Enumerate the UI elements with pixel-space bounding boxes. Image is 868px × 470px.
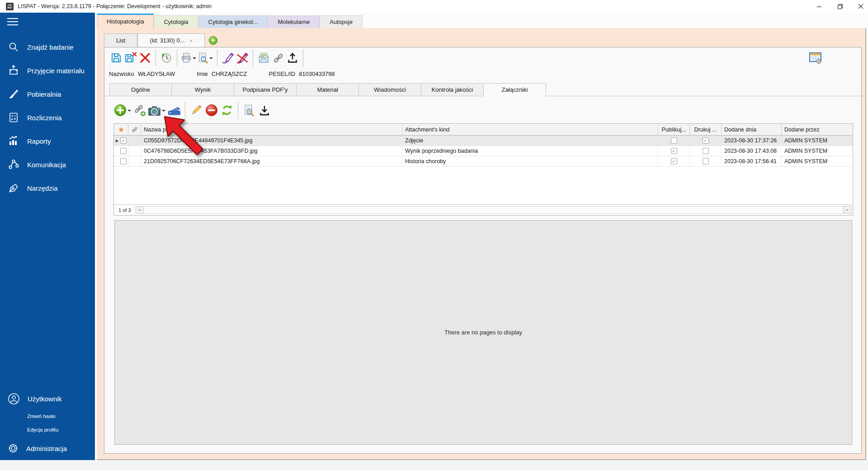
add-tab-button[interactable]: +	[209, 36, 217, 45]
hamburger-menu-icon[interactable]	[7, 18, 18, 25]
pager-next-button[interactable]: ►	[844, 206, 851, 214]
module-tab-strip: Histopatologia Cytologia Cytologia ginek…	[97, 13, 363, 28]
camera-capture-button[interactable]	[147, 102, 166, 118]
tab-kontrola-jakosci[interactable]: Kontrola jakości	[421, 83, 484, 96]
sidebar-item-narzedzia[interactable]: Narzędzia	[0, 176, 95, 200]
column-header-indicator[interactable]	[114, 124, 128, 135]
tab-podpisane-pdfy[interactable]: Podpisane PDF'y	[234, 83, 297, 96]
camera-dropdown-caret[interactable]	[162, 110, 165, 113]
unsign-button[interactable]	[235, 50, 250, 66]
send-email-button[interactable]	[256, 50, 271, 66]
sidebar-item-raporty[interactable]: Raporty	[0, 129, 95, 153]
tab-cytologia[interactable]: Cytologia	[154, 15, 198, 28]
minimize-button[interactable]	[815, 2, 824, 11]
row-select-checkbox[interactable]: ✓	[120, 137, 127, 144]
remove-icon	[205, 103, 218, 117]
table-row[interactable]: 21D0925706CF72634ED5E54E73FF766A.jpg His…	[114, 156, 853, 167]
sidebar-item-rozliczenia[interactable]: Rozliczenia	[0, 106, 95, 129]
material-box-icon	[8, 65, 19, 76]
pager-track[interactable]	[144, 206, 843, 214]
pager-prev-button[interactable]: ◄	[136, 206, 143, 214]
tab-list[interactable]: List	[104, 33, 137, 47]
save-button[interactable]	[109, 50, 123, 66]
row-expander-icon: ▶	[116, 139, 119, 143]
print-preview-dropdown-caret[interactable]	[209, 57, 213, 61]
print-preview-button[interactable]	[197, 50, 214, 66]
sidebar-item-przyjecie-materialu[interactable]: Przyjęcie materiału	[0, 59, 95, 82]
link-add-icon	[133, 104, 146, 117]
tab-autopsje[interactable]: Autopsje	[320, 15, 363, 28]
column-header-attachments-kind[interactable]: Attachment's kind	[402, 124, 658, 135]
print-checkbox[interactable]	[703, 148, 709, 154]
refresh-icon	[220, 104, 234, 117]
detail-tab-strip: Ogólne Wynik Podpisane PDF'y Materiał Wi…	[109, 83, 861, 96]
print-checkbox[interactable]: ✓	[703, 137, 709, 144]
upload-button[interactable]	[285, 50, 300, 66]
link-attachment-button[interactable]	[132, 102, 147, 118]
sidebar-item-znajdz-badanie[interactable]: Znajdź badanie	[0, 35, 95, 59]
tab-zalaczniki[interactable]: Załączniki	[484, 83, 546, 96]
add-attachment-button[interactable]	[113, 102, 132, 118]
table-row[interactable]: 0C476798D6D5E5F93453FA7B033D3FD.jpg Wyni…	[114, 146, 853, 156]
publish-checkbox[interactable]: ✓	[671, 148, 677, 154]
history-button[interactable]	[159, 50, 174, 66]
document-tab-strip: List (Id: 3130) 0... × +	[104, 33, 217, 47]
tab-histopatologia[interactable]: Histopatologia	[97, 14, 154, 28]
publish-checkbox[interactable]	[671, 137, 677, 144]
print-checkbox[interactable]	[703, 158, 709, 164]
toolbar-separator	[185, 102, 185, 119]
add-dropdown-caret[interactable]	[127, 110, 131, 113]
sign-pen-icon	[221, 52, 235, 64]
row-select-checkbox[interactable]	[120, 158, 127, 164]
delete-button[interactable]	[138, 50, 152, 66]
publish-checkbox[interactable]: ✓	[671, 158, 677, 164]
sidebar-item-uzytkownik[interactable]: Użytkownik	[0, 388, 95, 409]
grid-settings-button[interactable]	[809, 52, 822, 66]
edit-attachment-button[interactable]	[189, 102, 204, 118]
tab-molekularne[interactable]: Molekularne	[268, 15, 320, 28]
column-header-link[interactable]	[128, 124, 141, 135]
print-preview-icon	[197, 52, 209, 64]
restore-button[interactable]	[835, 2, 844, 11]
tab-record-3130[interactable]: (Id: 3130) 0... ×	[137, 33, 205, 47]
table-empty-space	[114, 167, 853, 204]
scan-button[interactable]	[166, 102, 182, 118]
tab-cytologia-ginekologiczna[interactable]: Cytologia ginekol...	[198, 15, 268, 28]
download-attachment-button[interactable]	[257, 102, 272, 118]
cell-file-name: 0C476798D6D5E5F93453FA7B033D3FD.jpg	[141, 146, 402, 156]
delete-x-icon	[139, 52, 151, 64]
tab-wiadomosci[interactable]: Wiadomości	[359, 83, 421, 96]
sidebar-item-administracja[interactable]: Administracja	[0, 437, 95, 459]
tab-wynik[interactable]: Wynik	[172, 83, 234, 96]
close-button[interactable]	[856, 2, 865, 11]
table-row[interactable]: ▶ ✓ C055D97572D4D49E44849701F4E345.jpg Z…	[114, 136, 853, 146]
tab-ogolne[interactable]: Ogólne	[109, 83, 172, 96]
column-header-dodane-przez[interactable]: Dodane przez	[782, 124, 853, 135]
close-tab-icon[interactable]: ×	[190, 38, 193, 43]
column-header-nazwa-pliku[interactable]: Nazwa pliku	[141, 124, 402, 135]
print-dropdown-caret[interactable]	[193, 57, 196, 61]
print-button[interactable]	[180, 50, 197, 66]
sidebar-link-zmien-haslo[interactable]: Zmień hasło	[0, 409, 95, 423]
refresh-button[interactable]	[219, 102, 235, 118]
pesel-value: 81030433798	[299, 70, 335, 77]
asterisk-icon	[118, 127, 124, 132]
sidebar-item-komunikacja[interactable]: Komunikacja	[0, 153, 95, 176]
remove-attachment-button[interactable]	[204, 102, 219, 118]
save-and-close-button[interactable]	[123, 50, 138, 66]
sidebar-link-edycja-profilu[interactable]: Edycja profilu	[0, 423, 95, 437]
preview-attachment-button[interactable]	[241, 102, 257, 118]
cell-added-date: 2023-08-30 17:43:08	[722, 146, 782, 156]
sign-button[interactable]	[221, 50, 235, 66]
pager-label: 1 of 3	[118, 207, 131, 213]
link-button[interactable]	[271, 50, 285, 66]
toolbar-separator	[238, 102, 238, 119]
attachments-table-header: Nazwa pliku Attachment's kind Publikuj..…	[114, 124, 853, 136]
sidebar-item-pobieralnia[interactable]: Pobieralnia	[0, 82, 95, 106]
scanner-icon	[167, 104, 181, 116]
row-select-checkbox[interactable]	[120, 148, 127, 154]
tab-material[interactable]: Materiał	[297, 83, 359, 96]
column-header-drukuj[interactable]: Drukuj ...	[690, 124, 722, 135]
column-header-dodane-dnia[interactable]: Dodane dnia	[722, 124, 782, 135]
column-header-publikuj[interactable]: Publikuj...	[658, 124, 690, 135]
